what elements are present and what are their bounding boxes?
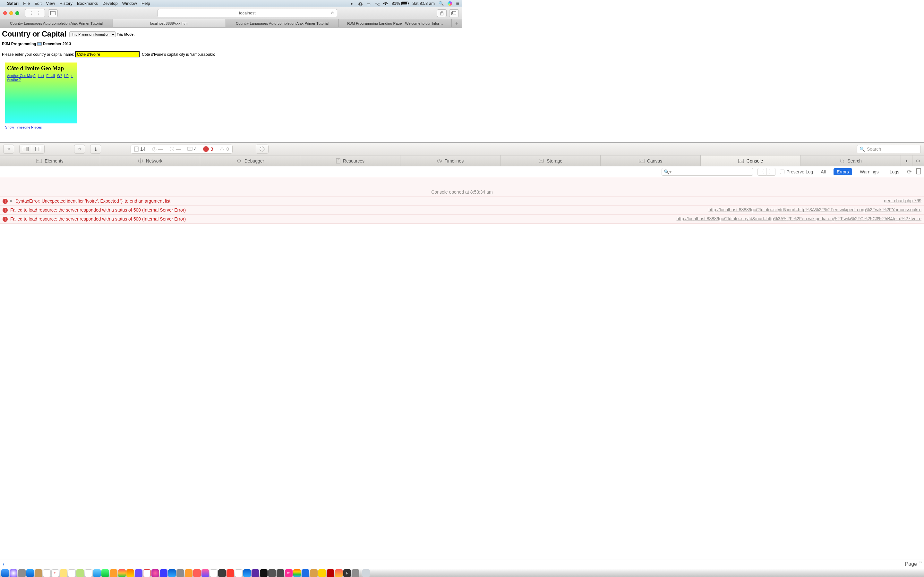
svg-rect-7 [26, 147, 28, 151]
error-count[interactable]: ! 3 [203, 146, 213, 152]
svg-point-19 [260, 147, 264, 151]
geo-link[interactable]: W? [57, 74, 62, 77]
svg-rect-5 [453, 11, 456, 14]
browser-tab[interactable]: RJM Programming Landing Page - Welcome t… [339, 19, 452, 27]
menu-file[interactable]: File [23, 1, 30, 6]
inspector-toolbar: ✕ ⟳ ⤓ 14 — — 4 [0, 143, 462, 155]
dock-side-button[interactable] [19, 145, 32, 153]
tab-elements[interactable]: Elements [0, 155, 100, 166]
error-icon: ! [3, 199, 8, 204]
tab-network[interactable]: Network [100, 155, 200, 166]
tabs-overview-button[interactable] [449, 9, 459, 17]
notification-center-icon[interactable]: ≣ [456, 1, 459, 6]
console-error-row[interactable]: ! ▶ SyntaxError: Unexpected identifier '… [0, 197, 462, 206]
statusbar-icon[interactable]: ✦ [350, 2, 355, 5]
svg-rect-4 [452, 12, 455, 15]
menu-view[interactable]: View [46, 1, 55, 6]
element-picker-button[interactable] [256, 145, 268, 153]
console-output: Console opened at 8:53:34 am ! ▶ SyntaxE… [0, 177, 462, 288]
tab-debugger[interactable]: Debugger [200, 155, 300, 166]
flag-icon [37, 42, 42, 45]
statusbar-icon[interactable]: Ⓜ [359, 2, 363, 5]
console-error-row[interactable]: ! Failed to load resource: the server re… [0, 206, 462, 215]
mac-menubar: Safari File Edit View History Bookmarks … [0, 0, 462, 7]
log-count[interactable]: 4 [187, 146, 197, 152]
svg-rect-25 [37, 160, 39, 161]
console-error-row[interactable]: ! Failed to load resource: the server re… [0, 215, 462, 224]
spotlight-icon[interactable]: 🔍 [439, 1, 444, 6]
svg-line-36 [439, 161, 441, 161]
url-text: localhost [239, 11, 255, 15]
svg-line-14 [172, 149, 173, 150]
web-page-content: Country or Capital Trip Planning Informa… [0, 27, 462, 142]
svg-rect-24 [37, 159, 42, 163]
window-controls [3, 11, 19, 15]
close-window-button[interactable] [3, 11, 7, 15]
minimize-window-button[interactable] [9, 11, 13, 15]
svg-rect-0 [51, 11, 55, 15]
close-inspector-button[interactable]: ✕ [3, 145, 14, 153]
airplay-icon[interactable]: ▭ [367, 2, 371, 5]
bluetooth-icon[interactable]: ⌥ [375, 2, 380, 5]
siri-icon[interactable] [447, 1, 452, 6]
menu-history[interactable]: History [59, 1, 72, 6]
disclosure-triangle-icon[interactable]: ▶ [10, 199, 13, 203]
dock-detach-button[interactable] [32, 145, 45, 153]
menu-develop[interactable]: Develop [102, 1, 118, 6]
geo-map-panel: Côte d'Ivoire Geo Map Another Geo Map? L… [5, 63, 78, 123]
warning-count[interactable]: 0 [220, 146, 229, 152]
input-label: Please enter your country or capital nam… [2, 52, 75, 57]
error-icon: ! [3, 208, 8, 213]
trip-info-select[interactable]: Trip Planning Information [69, 31, 116, 37]
console-opened-banner: Console opened at 8:53:34 am [0, 177, 462, 197]
back-button[interactable]: 〈 [25, 9, 35, 17]
trip-mode-label: Trip Mode: [117, 32, 135, 36]
geo-map-title: Côte d'Ivoire Geo Map [7, 65, 75, 72]
download-button[interactable]: ⤓ [90, 145, 101, 153]
forward-button[interactable]: 〉 [35, 9, 45, 17]
capital-hint: Côte d'Ivoire's capital city is Yamousso… [142, 52, 215, 57]
page-title: Country or Capital [2, 29, 66, 39]
page-byline: RJM Programming December 2013 [2, 42, 460, 46]
country-input[interactable] [75, 51, 140, 57]
app-name[interactable]: Safari [7, 1, 19, 6]
browser-tab[interactable]: Country Languages Auto-completion Ajax P… [226, 19, 339, 27]
menu-help[interactable]: Help [142, 1, 150, 6]
address-bar[interactable]: localhost ⟳ [158, 9, 337, 17]
svg-rect-10 [134, 147, 138, 151]
new-tab-button[interactable]: + [452, 19, 462, 27]
sidebar-toggle-button[interactable] [48, 9, 58, 17]
reload-page-button[interactable]: ⟳ [74, 145, 85, 153]
tab-timelines[interactable]: Timelines [401, 155, 462, 166]
share-button[interactable] [437, 9, 447, 17]
battery-status[interactable]: 81% [392, 1, 409, 6]
menubar-clock[interactable]: Sat 8:53 am [412, 1, 435, 6]
geo-link[interactable]: Another Geo Map? [7, 74, 36, 77]
geo-link[interactable]: Another? [7, 77, 21, 81]
web-inspector: ✕ ⟳ ⤓ 14 — — 4 [0, 142, 462, 288]
time-metric: — [152, 146, 163, 152]
menu-bookmarks[interactable]: Bookmarks [77, 1, 98, 6]
svg-point-28 [237, 160, 241, 163]
clock-metric: — [170, 146, 181, 152]
tab-strip: Country Languages Auto-completion Ajax P… [0, 19, 462, 27]
reload-icon[interactable]: ⟳ [331, 11, 334, 15]
menu-window[interactable]: Window [122, 1, 137, 6]
safari-toolbar: 〈 〉 localhost ⟳ [0, 7, 462, 19]
wifi-icon[interactable] [383, 1, 388, 6]
geo-link[interactable]: Last [38, 74, 44, 77]
browser-tab[interactable]: Country Languages Auto-completion Ajax P… [0, 19, 113, 27]
geo-link[interactable]: H? [64, 74, 68, 77]
tab-resources[interactable]: Resources [300, 155, 401, 166]
geo-link[interactable]: Email [46, 74, 55, 77]
fullscreen-window-button[interactable] [15, 11, 19, 15]
svg-marker-18 [220, 147, 224, 151]
browser-tab[interactable]: localhost:8888/xxx.html [113, 19, 226, 27]
menu-edit[interactable]: Edit [34, 1, 41, 6]
resource-count: 14 [134, 146, 145, 152]
inspector-tabs: Elements Network Debugger Resources Time… [0, 155, 462, 166]
geo-link[interactable]: + [71, 74, 73, 77]
svg-rect-33 [336, 159, 340, 163]
show-timezone-link[interactable]: Show Timezone Places [5, 125, 460, 129]
geo-map-links: Another Geo Map? Last Email W? H? + Anot… [7, 74, 75, 81]
